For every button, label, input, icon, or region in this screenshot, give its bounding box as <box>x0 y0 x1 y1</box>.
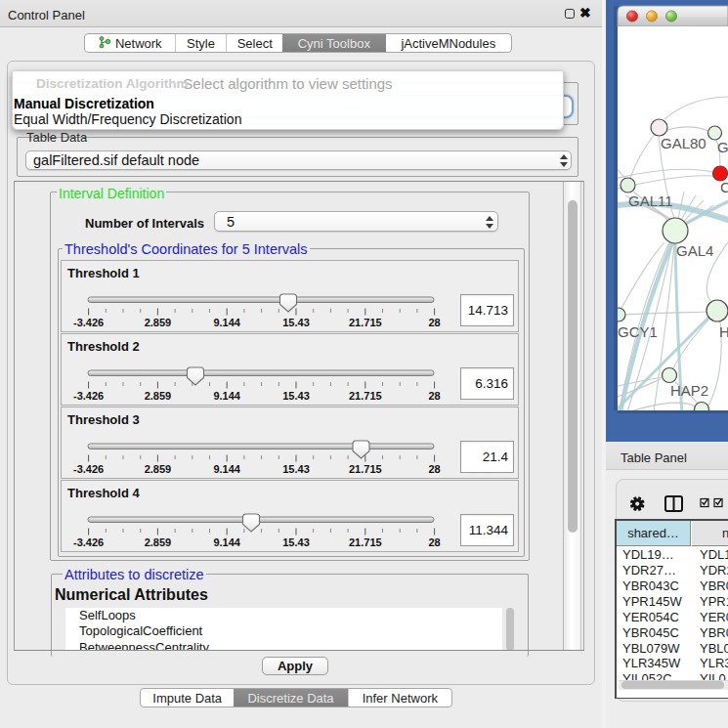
svg-text:GAL11: GAL11 <box>628 193 673 209</box>
svg-text:-3.426: -3.426 <box>73 536 104 548</box>
svg-text:GCY1: GCY1 <box>618 323 658 340</box>
svg-text:15.43: 15.43 <box>282 317 310 328</box>
svg-text:21.715: 21.715 <box>349 317 382 328</box>
svg-text:9.144: 9.144 <box>213 463 240 475</box>
svg-text:28: 28 <box>428 463 440 475</box>
svg-text:21.715: 21.715 <box>349 463 382 475</box>
svg-text:-3.426: -3.426 <box>73 390 104 402</box>
svg-text:2.859: 2.859 <box>145 463 172 475</box>
svg-text:-3.426: -3.426 <box>73 463 104 475</box>
svg-text:GA: GA <box>717 139 728 155</box>
svg-text:HA: HA <box>719 323 728 340</box>
svg-text:2.859: 2.859 <box>145 536 172 548</box>
svg-text:9.144: 9.144 <box>213 390 240 402</box>
svg-text:2.859: 2.859 <box>145 390 172 402</box>
svg-text:-3.426: -3.426 <box>73 317 104 328</box>
svg-text:28: 28 <box>428 317 440 328</box>
svg-text:2.859: 2.859 <box>145 317 172 328</box>
svg-text:GAL4: GAL4 <box>676 242 713 259</box>
svg-text:GAL80: GAL80 <box>661 135 707 151</box>
svg-text:15.43: 15.43 <box>282 390 310 402</box>
svg-text:15.43: 15.43 <box>282 463 310 475</box>
svg-text:9.144: 9.144 <box>213 536 240 548</box>
svg-text:9.144: 9.144 <box>213 317 240 328</box>
svg-text:28: 28 <box>428 536 440 548</box>
svg-text:HAP2: HAP2 <box>670 382 708 399</box>
svg-text:CY: CY <box>720 179 728 195</box>
svg-text:28: 28 <box>428 390 440 402</box>
svg-text:21.715: 21.715 <box>349 390 382 402</box>
svg-text:15.43: 15.43 <box>282 536 310 548</box>
svg-text:21.715: 21.715 <box>349 536 382 548</box>
